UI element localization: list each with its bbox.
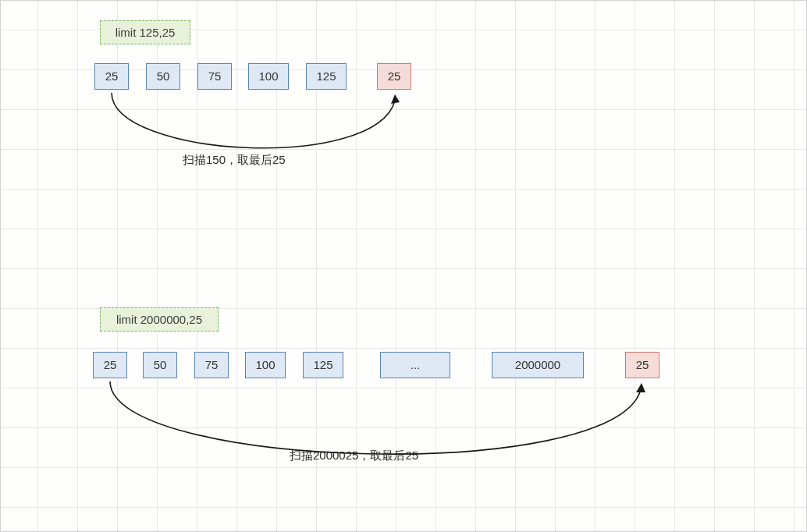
limit-label-1: limit 125,25 — [100, 20, 190, 44]
scan-block: 125 — [303, 352, 343, 378]
scan-block: 50 — [143, 352, 177, 378]
scan-block: 25 — [93, 352, 127, 378]
annotation-1: 扫描150，取最后25 — [183, 153, 286, 168]
scan-block: 50 — [146, 63, 180, 90]
scan-block-ellipsis: ... — [380, 352, 450, 378]
limit-label-2: limit 2000000,25 — [100, 307, 219, 332]
svg-marker-1 — [636, 383, 645, 392]
scan-block: 100 — [245, 352, 286, 378]
scan-block: 100 — [248, 63, 289, 90]
scan-block: 75 — [194, 352, 229, 378]
result-block: 25 — [377, 63, 411, 90]
svg-marker-0 — [391, 94, 400, 104]
scan-block: 125 — [306, 63, 347, 90]
annotation-2: 扫描2000025，取最后25 — [290, 449, 418, 463]
diagram-canvas: limit 125,25 25 50 75 100 125 25 扫描150，取… — [0, 0, 807, 532]
scan-block: 25 — [94, 63, 129, 90]
result-block: 25 — [625, 352, 659, 378]
scan-block: 2000000 — [492, 352, 584, 378]
scan-block: 75 — [197, 63, 232, 90]
